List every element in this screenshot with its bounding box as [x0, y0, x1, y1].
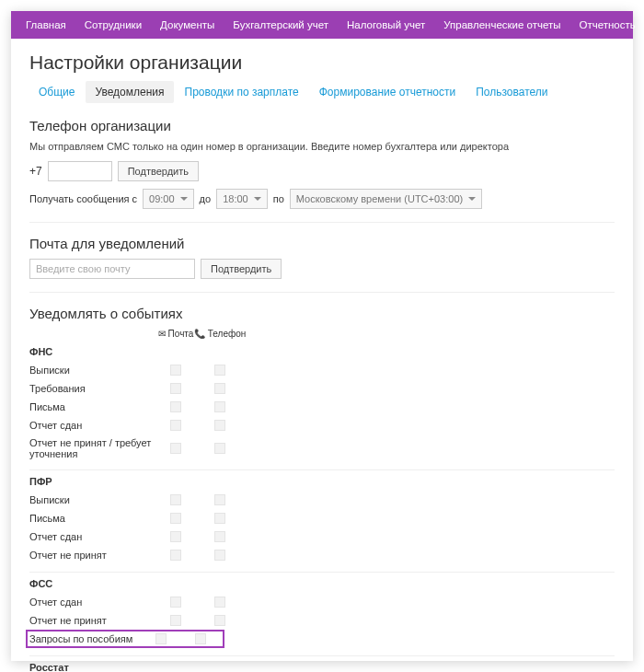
events-section-title: Уведомлять о событиях [29, 306, 615, 321]
event-row: Запросы по пособиям [26, 630, 224, 648]
event-label: Письма [29, 401, 154, 412]
time-from-select[interactable]: 09:00 [143, 189, 194, 209]
mail-icon: ✉ [158, 330, 166, 339]
mail-checkbox[interactable] [170, 531, 181, 542]
event-group-title: ФНС [29, 346, 615, 357]
mail-checkbox[interactable] [170, 615, 181, 626]
mail-checkbox[interactable] [170, 494, 181, 505]
event-label: Выписки [29, 494, 154, 505]
phone-checkbox[interactable] [214, 494, 225, 505]
phone-checkbox[interactable] [214, 365, 225, 376]
phone-checkbox[interactable] [214, 615, 225, 626]
phone-checkbox[interactable] [214, 550, 225, 561]
phone-checkbox[interactable] [214, 401, 225, 412]
event-label: Отчет сдан [29, 597, 154, 608]
column-mail-header: ✉ Почта [154, 329, 198, 339]
mail-checkbox[interactable] [170, 597, 181, 608]
nav-item[interactable]: Управленческие отчеты [434, 19, 569, 30]
column-phone-header: 📞 Телефон [198, 329, 242, 339]
mail-checkbox[interactable] [170, 401, 181, 412]
mail-checkbox[interactable] [170, 550, 181, 561]
nav-item[interactable]: Главная [17, 19, 75, 30]
timezone-select[interactable]: Московскому времени (UTC+03:00) [290, 189, 482, 209]
email-confirm-button[interactable]: Подтвердить [201, 259, 282, 279]
event-row: Отчет не принят / требует уточнения [29, 434, 615, 462]
phone-confirm-button[interactable]: Подтвердить [118, 161, 199, 181]
nav-item[interactable]: Документы [151, 19, 224, 30]
tab[interactable]: Проводки по зарплате [176, 81, 308, 103]
chevron-down-icon [468, 197, 476, 201]
nav-item[interactable]: Отчетность [570, 19, 644, 30]
phone-checkbox[interactable] [214, 420, 225, 431]
settings-tabs: ОбщиеУведомленияПроводки по зарплатеФорм… [29, 81, 558, 103]
event-row: Письма [29, 398, 615, 416]
tab[interactable]: Уведомления [86, 81, 173, 103]
phone-checkbox[interactable] [214, 383, 225, 394]
event-label: Отчет сдан [29, 531, 154, 542]
nav-item[interactable]: Бухгалтерский учет [224, 19, 338, 30]
event-group-title: ПФР [29, 469, 615, 487]
email-section-title: Почта для уведомлений [29, 236, 615, 251]
phone-section-title: Телефон организации [29, 118, 615, 133]
event-label: Требования [29, 383, 154, 394]
tab[interactable]: Формирование отчетности [310, 81, 465, 103]
event-row: Выписки [29, 361, 615, 379]
phone-icon: 📞 [194, 330, 205, 339]
timezone-value: Московскому времени (UTC+03:00) [296, 193, 463, 204]
tab[interactable]: Пользователи [466, 81, 557, 103]
event-row: Отчет сдан [29, 416, 615, 434]
tz-label: по [273, 193, 284, 204]
time-to-select[interactable]: 18:00 [216, 189, 268, 209]
phone-prefix: +7 [29, 165, 42, 178]
top-nav: ГлавнаяСотрудникиДокументыБухгалтерский … [11, 11, 633, 39]
nav-item[interactable]: Сотрудники [75, 19, 151, 30]
time-from-value: 09:00 [149, 193, 175, 204]
phone-checkbox[interactable] [214, 597, 225, 608]
event-row: Отчет сдан [29, 593, 615, 611]
until-label: до [200, 193, 212, 204]
event-label: Отчет не принят [29, 615, 154, 626]
tab[interactable]: Общие [29, 81, 84, 103]
nav-item[interactable]: Налоговый учет [338, 19, 434, 30]
event-label: Отчет не принят [29, 550, 154, 561]
mail-checkbox[interactable] [170, 420, 181, 431]
phone-checkbox[interactable] [195, 633, 206, 644]
chevron-down-icon [180, 197, 188, 201]
receive-from-label: Получать сообщения с [29, 193, 137, 204]
event-label: Отчет сдан [29, 420, 154, 431]
mail-checkbox[interactable] [170, 513, 181, 524]
phone-checkbox[interactable] [214, 531, 225, 542]
event-label: Письма [29, 513, 154, 524]
mail-checkbox[interactable] [170, 443, 181, 454]
event-group-title: Росстат [29, 655, 615, 672]
event-group-title: ФСС [29, 572, 615, 589]
phone-checkbox[interactable] [214, 513, 225, 524]
event-label: Отчет не принят / требует уточнения [29, 437, 154, 459]
event-row: Письма [29, 509, 615, 527]
event-row: Выписки [29, 491, 615, 509]
mail-checkbox[interactable] [170, 365, 181, 376]
chevron-down-icon [254, 197, 261, 201]
mail-checkbox[interactable] [155, 633, 167, 644]
phone-checkbox[interactable] [214, 443, 225, 454]
time-to-value: 18:00 [223, 193, 248, 204]
phone-input[interactable] [48, 161, 112, 181]
event-row: Отчет не принят [29, 611, 615, 630]
email-input[interactable] [29, 259, 195, 279]
event-label: Выписки [29, 365, 154, 376]
page-title: Настройки организации [29, 52, 242, 74]
mail-checkbox[interactable] [170, 383, 181, 394]
event-label: Запросы по пособиям [29, 633, 142, 644]
phone-hint: Мы отправляем СМС только на один номер в… [29, 141, 615, 152]
event-row: Требования [29, 379, 615, 398]
event-row: Отчет не принят [29, 546, 615, 564]
event-row: Отчет сдан [29, 527, 615, 546]
